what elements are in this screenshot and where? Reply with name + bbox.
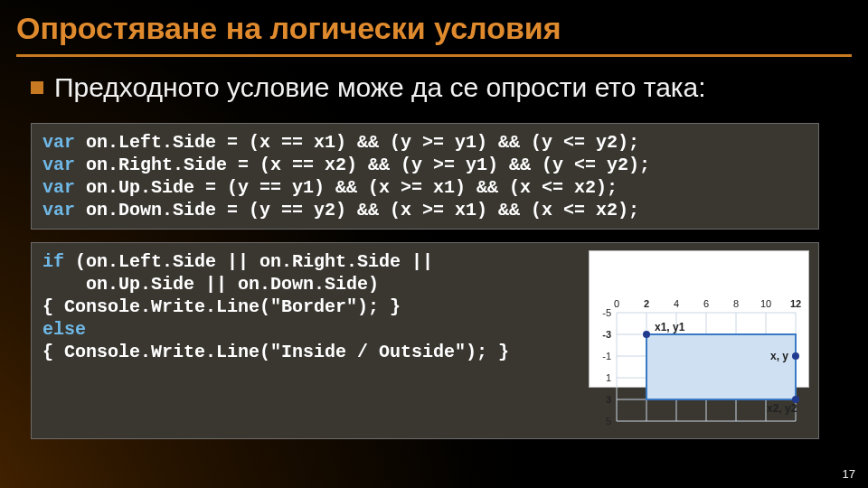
title-underline: [16, 54, 852, 57]
bullet-icon: [31, 81, 43, 94]
label-xy: x, y: [770, 350, 788, 362]
keyword-var: var: [42, 132, 75, 153]
y-tick: -1: [602, 351, 611, 361]
code-line: on.Down.Side = (y == y2) && (x >= x1) &&…: [75, 200, 639, 221]
code-line: { Console.Write.Line("Border"); }: [42, 296, 401, 317]
keyword-var: var: [42, 200, 75, 221]
coordinate-diagram: 0 2 4 6 8 10 12 -5 -3 -1 1 3: [589, 250, 809, 388]
code-block-1: var on.Left.Side = (x == x1) && (y >= y1…: [31, 123, 819, 230]
keyword-var: var: [42, 177, 75, 198]
y-tick: 3: [606, 394, 611, 405]
x-tick: 8: [733, 298, 739, 309]
slide-body: Предходното условие може да се опрости е…: [31, 70, 844, 439]
x-tick: 12: [790, 298, 801, 309]
x-tick: 0: [614, 298, 619, 309]
keyword-var: var: [42, 155, 75, 175]
label-x1y1: x1, y1: [655, 321, 685, 333]
diagram-rect: [646, 334, 796, 399]
label-x2y2: x2, y2: [767, 402, 797, 415]
x-tick: 4: [674, 298, 679, 309]
page-number: 17: [843, 467, 855, 481]
x-tick: 10: [760, 298, 771, 309]
x-tick: 6: [703, 298, 709, 309]
y-tick: -5: [602, 307, 611, 318]
x-tick: 2: [644, 298, 649, 309]
code-line: (on.Left.Side || on.Right.Side ||: [64, 251, 433, 272]
y-tick: 5: [606, 416, 611, 427]
point-top-left: [643, 331, 650, 338]
slide-title: Опростяване на логически условия: [16, 11, 561, 46]
code-line: { Console.Write.Line("Inside / Outside")…: [42, 342, 509, 362]
bullet-item: Предходното условие може да се опрости е…: [31, 70, 844, 105]
y-tick: -3: [602, 329, 611, 340]
slide: Опростяване на логически условия Предход…: [0, 0, 868, 488]
code-block-2: if (on.Left.Side || on.Right.Side || on.…: [31, 242, 819, 439]
code-line: on.Right.Side = (x == x2) && (y >= y1) &…: [75, 155, 650, 175]
keyword-else: else: [42, 319, 86, 340]
code-line: on.Up.Side = (y == y1) && (x >= x1) && (…: [75, 177, 618, 198]
point-right: [792, 352, 799, 360]
keyword-if: if: [42, 251, 64, 272]
y-tick: 1: [606, 372, 611, 383]
code-line: on.Left.Side = (x == x1) && (y >= y1) &&…: [75, 132, 639, 153]
code-line: on.Up.Side || on.Down.Side): [42, 274, 379, 295]
diagram-svg: 0 2 4 6 8 10 12 -5 -3 -1 1 3: [590, 296, 808, 432]
bullet-text: Предходното условие може да се опрости е…: [54, 70, 706, 105]
